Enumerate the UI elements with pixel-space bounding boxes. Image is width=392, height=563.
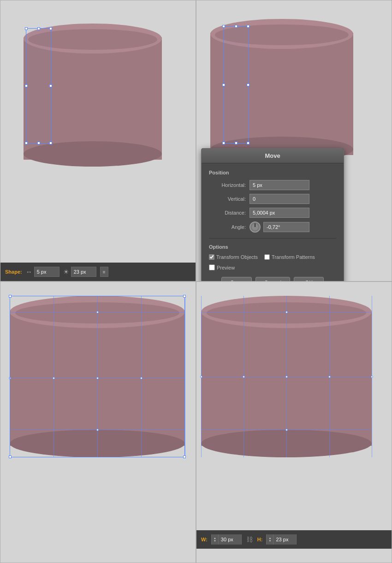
width-spinner[interactable]: ▲ ▼ — [211, 534, 242, 545]
height-spinner[interactable]: ▲ ▼ — [266, 534, 297, 545]
canvas-q3[interactable] — [0, 282, 196, 563]
width-spinner-input[interactable] — [218, 534, 241, 545]
distance-input[interactable] — [249, 208, 309, 218]
cylinder-q4 — [201, 296, 372, 457]
shape-label: Shape: — [5, 269, 22, 275]
width-spinner-arrows[interactable]: ▲ ▼ — [212, 534, 218, 545]
toolbar-q1: Shape: ↔ ☀ ≡ — [0, 263, 196, 281]
selection-box-q3 — [10, 296, 185, 457]
transform-patterns-checkbox[interactable] — [264, 254, 270, 260]
options-section: Options Transform Objects Transform Patt… — [209, 244, 336, 260]
transform-patterns-label: Transform Patterns — [272, 254, 315, 260]
height-group: ☀ — [63, 267, 96, 277]
height-spinner-arrows[interactable]: ▲ ▼ — [267, 534, 273, 545]
vertical-row: Vertical: — [209, 194, 336, 204]
main-grid: Shape: ↔ ☀ ≡ — [0, 0, 392, 563]
w-label: W: — [201, 537, 208, 542]
angle-knob[interactable] — [249, 222, 261, 233]
copy-button[interactable]: Copy — [221, 277, 252, 282]
horizontal-row: Horizontal: — [209, 180, 336, 190]
preview-label: Preview — [217, 265, 235, 270]
height-input[interactable] — [71, 267, 96, 277]
width-input[interactable] — [34, 267, 59, 277]
divider — [209, 238, 336, 239]
distance-label: Distance: — [209, 210, 246, 216]
preview-checkbox[interactable] — [209, 264, 215, 270]
toolbar-q4: W: ▲ ▼ ⛓ H: ▲ ▼ — [196, 530, 392, 549]
position-section-label: Position — [209, 170, 336, 175]
width-down-arrow[interactable]: ▼ — [214, 539, 216, 542]
angle-input[interactable] — [263, 222, 309, 232]
canvas-q1[interactable]: Shape: ↔ ☀ ≡ — [0, 0, 196, 282]
transform-objects-checkbox[interactable] — [209, 254, 214, 260]
transform-patterns-checkbox-item[interactable]: Transform Patterns — [264, 254, 315, 260]
h-label: H: — [257, 537, 263, 542]
width-group: ↔ — [26, 267, 59, 277]
dialog-buttons: Copy Cancel OK — [209, 277, 336, 282]
distance-row: Distance: — [209, 208, 336, 218]
width-icon: ↔ — [26, 268, 32, 276]
preview-row: Preview — [209, 264, 336, 270]
transform-objects-checkbox-item[interactable]: Transform Objects — [209, 254, 258, 260]
height-spinner-input[interactable] — [273, 534, 296, 545]
dialog-title: Move — [202, 149, 344, 163]
selection-box-q1 — [26, 28, 51, 144]
vertical-input[interactable] — [249, 194, 309, 204]
expand-button[interactable]: ≡ — [100, 267, 108, 277]
height-icon: ☀ — [63, 268, 69, 276]
vertical-label: Vertical: — [209, 196, 246, 202]
options-section-label: Options — [209, 244, 336, 250]
height-down-arrow[interactable]: ▼ — [268, 539, 271, 542]
move-dialog: Move Position Horizontal: Vertical: Dist… — [201, 148, 344, 282]
angle-label: Angle: — [209, 224, 246, 230]
options-checkboxes: Transform Objects Transform Patterns — [209, 254, 336, 260]
horizontal-label: Horizontal: — [209, 182, 246, 188]
chain-icon: ⛓ — [246, 536, 253, 543]
transform-objects-label: Transform Objects — [216, 254, 258, 260]
selection-box-q2 — [223, 26, 249, 144]
horizontal-input[interactable] — [249, 180, 309, 190]
ok-button[interactable]: OK — [294, 277, 324, 282]
canvas-q4[interactable]: W: ▲ ▼ ⛓ H: ▲ ▼ — [196, 282, 392, 563]
cancel-button[interactable]: Cancel — [255, 277, 290, 282]
canvas-q2[interactable]: Move Position Horizontal: Vertical: Dist… — [196, 0, 392, 282]
angle-row: Angle: — [209, 222, 336, 233]
